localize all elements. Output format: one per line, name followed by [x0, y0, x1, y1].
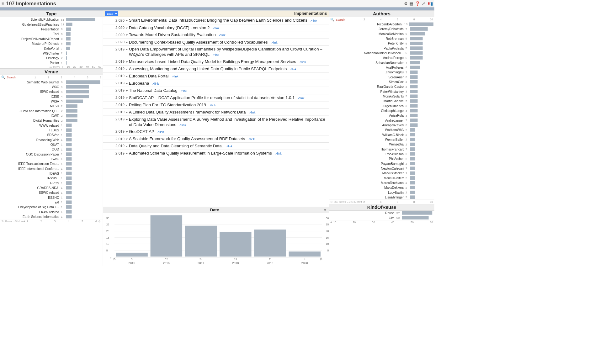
implementation-row[interactable]: 2,019▾GeoDCAT-AP ↗link — [103, 128, 329, 135]
chart-bar[interactable] — [220, 232, 251, 256]
facet-row[interactable]: AnisaRula3 — [329, 113, 434, 118]
facet-row[interactable]: ChristophLange3 — [329, 108, 434, 113]
implementation-row[interactable]: 2,020▾Smart Environmental Data Infrastru… — [103, 17, 329, 24]
chevron-down-icon[interactable]: ▾ — [126, 109, 129, 114]
facet-row[interactable]: WWW related1 — [0, 123, 103, 128]
facet-row[interactable]: MasterorPhDthesis8 — [0, 41, 103, 46]
facet-row[interactable]: Tool8 — [0, 32, 103, 36]
facet-row[interactable]: ISWC1 — [0, 156, 103, 161]
chart-bar[interactable] — [254, 229, 286, 256]
facet-row[interactable]: EKAW related1 — [0, 209, 103, 214]
facet-row[interactable]: ICEIS4 — [0, 94, 103, 99]
facet-row[interactable]: MTSR2 — [0, 104, 103, 108]
facet-row[interactable]: LisaEhrlinger2 — [329, 195, 434, 199]
facet-row[interactable]: ISWC related4 — [0, 89, 103, 94]
facet-row[interactable]: MartinGaedke3 — [329, 99, 434, 103]
implementation-row[interactable]: 2,019▾A Scalable Framework for Quality A… — [103, 135, 329, 143]
facet-row[interactable]: MonicaDeMartino6 — [329, 31, 434, 36]
facet-row[interactable]: SörenAuer3 — [329, 75, 434, 79]
search-icon[interactable]: 🔍 — [1, 76, 5, 79]
implementation-row[interactable]: 2,019▾Microservices based Linked Data Qu… — [103, 58, 329, 65]
facet-row[interactable]: Earth Science Informatics1 — [0, 214, 103, 219]
chevron-down-icon[interactable]: ▾ — [126, 66, 129, 71]
facet-row[interactable]: QUAT1 — [0, 142, 103, 147]
facet-row[interactable]: GRADES-NDA'1 — [0, 185, 103, 190]
facet-row[interactable]: SimonCox3 — [329, 79, 434, 84]
facet-row[interactable]: PéterKirály5 — [329, 41, 434, 46]
facet-row[interactable]: WilliamC.Block2 — [329, 132, 434, 137]
facet-row[interactable]: J Data and Information Qu...2 — [0, 108, 103, 113]
search-label[interactable]: Search — [7, 76, 16, 79]
facet-row[interactable]: DataPortal7 — [0, 46, 103, 51]
item-link[interactable]: ↗link — [290, 67, 297, 71]
item-link[interactable]: ↗link — [209, 103, 216, 107]
facet-row[interactable]: Presentation9 — [0, 27, 103, 31]
facet-row[interactable]: RaúlGarcía-Castro3 — [329, 84, 434, 89]
implementation-row[interactable]: 2,019▾A Linked Data Quality Assessment F… — [103, 108, 329, 116]
chart-bar[interactable] — [185, 226, 217, 257]
facet-row[interactable]: Semantic Web Journal6 — [0, 80, 103, 84]
facet-row[interactable]: Cite50 — [329, 215, 434, 220]
sort-select[interactable]: Date — [105, 11, 118, 16]
chevron-down-icon[interactable]: ▾ — [126, 88, 129, 92]
facet-row[interactable]: MonikaSolanki3 — [329, 94, 434, 98]
implementation-row[interactable]: 2,019▾Rolling Plan For ITC Standardizati… — [103, 101, 329, 108]
facet-row[interactable]: MakxDekkers2 — [329, 185, 434, 190]
chart-bar[interactable] — [289, 251, 321, 256]
facet-row[interactable]: JürgenUmbrich3 — [329, 103, 434, 108]
facet-row[interactable]: RiccardoAlbertoni10 — [329, 22, 434, 26]
facet-row[interactable]: QOD1 — [0, 147, 103, 152]
chart-bar[interactable] — [151, 215, 182, 256]
grid-icon[interactable]: ▦ — [409, 1, 413, 6]
search-icon[interactable]: 🔍 — [330, 18, 334, 21]
facet-row[interactable]: IEEE Transactions on Eme...1 — [0, 161, 103, 166]
facet-row[interactable]: Poster1 — [0, 61, 103, 65]
facet-row[interactable]: AxelPolleres4 — [329, 65, 434, 70]
reset-icon[interactable]: ⊘ — [98, 220, 100, 223]
facet-row[interactable]: SebastianNeumaier4 — [329, 60, 434, 65]
facet-row[interactable]: Digital Humanities2 — [0, 118, 103, 123]
facet-row[interactable]: AndreaPerego5 — [329, 55, 434, 60]
chevron-down-icon[interactable]: ▾ — [126, 117, 129, 121]
item-link[interactable]: ↗link — [310, 19, 317, 23]
item-link[interactable]: ↗link — [219, 34, 226, 37]
chevron-down-icon[interactable]: ▾ — [126, 95, 129, 100]
item-link[interactable]: ↗link — [152, 82, 159, 85]
implementation-row[interactable]: 2,019▾European Data Portal ↗link — [103, 72, 329, 80]
item-link[interactable]: ↗link — [212, 53, 219, 56]
facet-row[interactable]: Reuse57 — [329, 211, 434, 215]
item-link[interactable]: ↗link — [213, 26, 220, 30]
implementation-row[interactable]: 2,020▾Towards Model-Driven Sustainabilit… — [103, 31, 329, 39]
chart-bar[interactable] — [116, 253, 147, 256]
item-link[interactable]: ↗link — [275, 152, 282, 155]
search-label[interactable]: Search — [336, 18, 345, 21]
item-link[interactable]: ↗link — [179, 123, 186, 126]
chevron-down-icon[interactable]: ▾ — [126, 18, 129, 23]
facet-row[interactable]: WISA3 — [0, 99, 103, 103]
chevron-down-icon[interactable]: ▾ — [126, 40, 129, 44]
expand-icon[interactable]: ⤢ — [422, 1, 425, 6]
implementation-row[interactable]: 2,019▾Open Data Empowerment of Digital H… — [103, 46, 329, 58]
facet-row[interactable]: ProjectDeliverable&Report8 — [0, 36, 103, 41]
item-link[interactable]: ↗link — [299, 60, 306, 64]
facet-row[interactable]: ZhuomingXu3 — [329, 70, 434, 75]
item-link[interactable]: ↗link — [157, 130, 164, 134]
facet-row[interactable]: TLDKS1 — [0, 128, 103, 132]
sort-icon[interactable]: ⇕ — [324, 208, 327, 212]
implementation-row[interactable]: 2,019▾StatDCAT-AP – DCAT Application Pro… — [103, 94, 329, 101]
chevron-down-icon[interactable]: ▾ — [126, 81, 129, 85]
facet-row[interactable]: NewtonCalegari2 — [329, 166, 434, 171]
chevron-down-icon[interactable]: ▾ — [126, 151, 129, 156]
chevron-down-icon[interactable]: ▾ — [126, 47, 129, 51]
facet-row[interactable]: Guidelines&BestPractices11 — [0, 22, 103, 27]
implementation-row[interactable]: 2,019▾Data Quality and Data Cleansing of… — [103, 143, 329, 150]
item-link[interactable]: ↗link — [180, 89, 187, 92]
facet-row[interactable]: OGC Discussion Paper1 — [0, 152, 103, 156]
implementation-row[interactable]: 2,019▾Assessing, Monitoring and Analyzin… — [103, 65, 329, 72]
facet-row[interactable]: Reasoning Web1 — [0, 137, 103, 142]
facet-row[interactable]: MarcoTorchiano2 — [329, 180, 434, 185]
facet-row[interactable]: WolframWöß2 — [329, 128, 434, 132]
reset-icon[interactable]: ⊘ — [330, 200, 332, 203]
facet-row[interactable]: MarkusHelfert2 — [329, 176, 434, 180]
facet-row[interactable]: JeremyDebattista7 — [329, 27, 434, 31]
